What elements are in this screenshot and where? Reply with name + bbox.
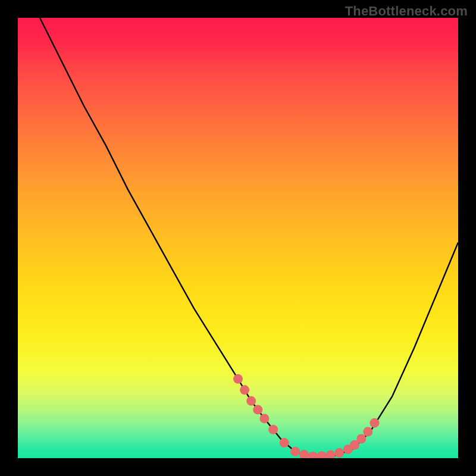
highlight-dot bbox=[290, 447, 300, 456]
highlight-dot bbox=[246, 396, 256, 406]
chart-frame: TheBottleneck.com bbox=[0, 0, 476, 476]
highlight-dot bbox=[259, 414, 269, 423]
highlight-dot bbox=[334, 448, 344, 458]
highlight-dot bbox=[363, 427, 372, 437]
highlight-dot bbox=[240, 385, 249, 394]
highlight-dot bbox=[268, 425, 278, 434]
highlight-dot bbox=[233, 374, 243, 384]
chart-svg bbox=[18, 18, 458, 458]
highlight-dot bbox=[325, 450, 335, 458]
highlight-dot bbox=[356, 434, 366, 443]
highlight-dot bbox=[369, 418, 379, 428]
highlight-dot bbox=[308, 452, 318, 458]
plot-area bbox=[18, 18, 458, 458]
highlight-dot bbox=[299, 450, 309, 458]
highlight-dot bbox=[280, 438, 289, 447]
watermark-text: TheBottleneck.com bbox=[345, 4, 468, 19]
highlight-dot bbox=[317, 451, 327, 458]
highlight-dot bbox=[253, 405, 262, 415]
highlight-dots-group bbox=[233, 374, 379, 458]
